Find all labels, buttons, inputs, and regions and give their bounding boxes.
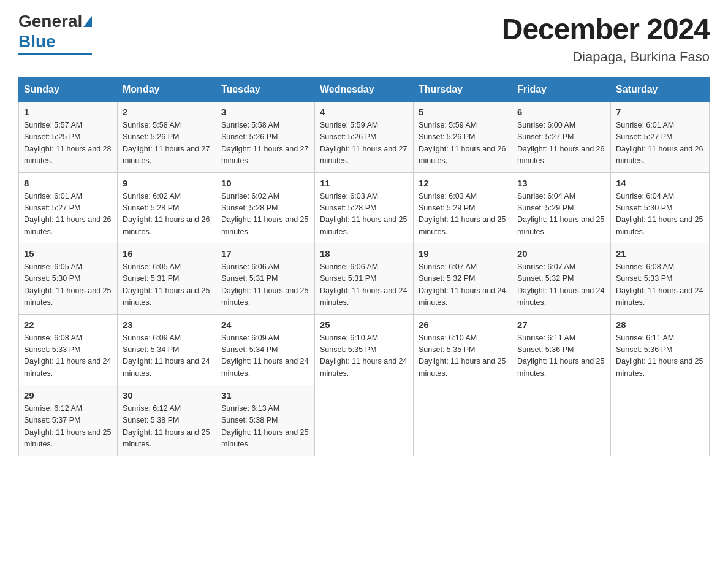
day-number: 1 bbox=[24, 107, 112, 117]
day-number: 21 bbox=[616, 248, 704, 259]
header-tuesday: Tuesday bbox=[216, 78, 315, 102]
day-info: Sunrise: 6:07 AMSunset: 5:32 PMDaylight:… bbox=[517, 262, 604, 307]
logo-blue-text: Blue bbox=[18, 32, 56, 51]
table-row: 24 Sunrise: 6:09 AMSunset: 5:34 PMDaylig… bbox=[216, 314, 315, 385]
table-row: 6 Sunrise: 6:00 AMSunset: 5:27 PMDayligh… bbox=[512, 102, 611, 173]
day-number: 17 bbox=[221, 248, 309, 259]
table-row: 2 Sunrise: 5:58 AMSunset: 5:26 PMDayligh… bbox=[118, 102, 216, 173]
table-row: 27 Sunrise: 6:11 AMSunset: 5:36 PMDaylig… bbox=[512, 314, 611, 385]
day-number: 19 bbox=[419, 248, 507, 259]
day-number: 31 bbox=[221, 390, 309, 400]
calendar-header-row: Sunday Monday Tuesday Wednesday Thursday… bbox=[19, 78, 710, 102]
header-saturday: Saturday bbox=[611, 78, 710, 102]
day-number: 8 bbox=[24, 178, 112, 188]
table-row bbox=[315, 385, 414, 456]
page-title: December 2024 bbox=[502, 12, 710, 46]
table-row: 5 Sunrise: 5:59 AMSunset: 5:26 PMDayligh… bbox=[414, 102, 512, 173]
day-number: 6 bbox=[517, 107, 605, 117]
logo: General Blue bbox=[18, 12, 92, 55]
day-number: 24 bbox=[221, 320, 309, 330]
day-number: 23 bbox=[123, 320, 211, 330]
day-info: Sunrise: 6:07 AMSunset: 5:32 PMDaylight:… bbox=[419, 262, 506, 307]
table-row: 18 Sunrise: 6:06 AMSunset: 5:31 PMDaylig… bbox=[315, 243, 414, 315]
day-info: Sunrise: 6:05 AMSunset: 5:31 PMDaylight:… bbox=[123, 262, 210, 307]
table-row: 31 Sunrise: 6:13 AMSunset: 5:38 PMDaylig… bbox=[216, 385, 315, 456]
day-info: Sunrise: 6:04 AMSunset: 5:30 PMDaylight:… bbox=[616, 192, 703, 236]
table-row: 13 Sunrise: 6:04 AMSunset: 5:29 PMDaylig… bbox=[512, 172, 611, 243]
day-info: Sunrise: 6:06 AMSunset: 5:31 PMDaylight:… bbox=[320, 262, 407, 307]
day-number: 26 bbox=[419, 320, 507, 330]
day-info: Sunrise: 6:12 AMSunset: 5:38 PMDaylight:… bbox=[123, 404, 210, 448]
table-row: 4 Sunrise: 5:59 AMSunset: 5:26 PMDayligh… bbox=[315, 102, 414, 173]
day-info: Sunrise: 6:00 AMSunset: 5:27 PMDaylight:… bbox=[517, 121, 604, 165]
day-number: 22 bbox=[24, 320, 112, 330]
day-number: 9 bbox=[123, 178, 211, 188]
header-wednesday: Wednesday bbox=[315, 78, 414, 102]
calendar-week-row: 29 Sunrise: 6:12 AMSunset: 5:37 PMDaylig… bbox=[19, 385, 710, 456]
day-number: 4 bbox=[320, 107, 408, 117]
calendar-week-row: 22 Sunrise: 6:08 AMSunset: 5:33 PMDaylig… bbox=[19, 314, 710, 385]
table-row: 23 Sunrise: 6:09 AMSunset: 5:34 PMDaylig… bbox=[118, 314, 216, 385]
table-row: 19 Sunrise: 6:07 AMSunset: 5:32 PMDaylig… bbox=[414, 243, 512, 315]
day-info: Sunrise: 6:09 AMSunset: 5:34 PMDaylight:… bbox=[123, 334, 210, 378]
table-row: 10 Sunrise: 6:02 AMSunset: 5:28 PMDaylig… bbox=[216, 172, 315, 243]
table-row: 30 Sunrise: 6:12 AMSunset: 5:38 PMDaylig… bbox=[118, 385, 216, 456]
table-row bbox=[414, 385, 512, 456]
day-info: Sunrise: 6:01 AMSunset: 5:27 PMDaylight:… bbox=[616, 121, 703, 165]
calendar-week-row: 8 Sunrise: 6:01 AMSunset: 5:27 PMDayligh… bbox=[19, 172, 710, 243]
table-row: 8 Sunrise: 6:01 AMSunset: 5:27 PMDayligh… bbox=[19, 172, 118, 243]
day-number: 28 bbox=[616, 320, 704, 330]
table-row: 15 Sunrise: 6:05 AMSunset: 5:30 PMDaylig… bbox=[19, 243, 118, 315]
day-info: Sunrise: 6:03 AMSunset: 5:28 PMDaylight:… bbox=[320, 192, 407, 236]
logo-arrow-icon bbox=[83, 16, 92, 27]
day-number: 14 bbox=[616, 178, 704, 188]
day-info: Sunrise: 6:12 AMSunset: 5:37 PMDaylight:… bbox=[24, 404, 111, 448]
table-row: 20 Sunrise: 6:07 AMSunset: 5:32 PMDaylig… bbox=[512, 243, 611, 315]
day-number: 29 bbox=[24, 390, 112, 400]
day-info: Sunrise: 6:10 AMSunset: 5:35 PMDaylight:… bbox=[419, 334, 506, 378]
day-number: 10 bbox=[221, 178, 309, 188]
day-number: 13 bbox=[517, 178, 605, 188]
logo-general-text: General bbox=[18, 12, 82, 31]
day-info: Sunrise: 5:59 AMSunset: 5:26 PMDaylight:… bbox=[419, 121, 506, 165]
day-info: Sunrise: 6:02 AMSunset: 5:28 PMDaylight:… bbox=[221, 192, 308, 236]
day-info: Sunrise: 5:58 AMSunset: 5:26 PMDaylight:… bbox=[221, 121, 308, 165]
table-row: 17 Sunrise: 6:06 AMSunset: 5:31 PMDaylig… bbox=[216, 243, 315, 315]
table-row: 3 Sunrise: 5:58 AMSunset: 5:26 PMDayligh… bbox=[216, 102, 315, 173]
day-info: Sunrise: 6:10 AMSunset: 5:35 PMDaylight:… bbox=[320, 334, 407, 378]
page-subtitle: Diapaga, Burkina Faso bbox=[502, 49, 710, 65]
table-row: 28 Sunrise: 6:11 AMSunset: 5:36 PMDaylig… bbox=[611, 314, 710, 385]
day-info: Sunrise: 6:08 AMSunset: 5:33 PMDaylight:… bbox=[616, 262, 703, 307]
page-header: General Blue December 2024 Diapaga, Burk… bbox=[18, 12, 710, 65]
day-number: 25 bbox=[320, 320, 408, 330]
table-row: 9 Sunrise: 6:02 AMSunset: 5:28 PMDayligh… bbox=[118, 172, 216, 243]
day-info: Sunrise: 6:09 AMSunset: 5:34 PMDaylight:… bbox=[221, 334, 308, 378]
title-block: December 2024 Diapaga, Burkina Faso bbox=[502, 12, 710, 65]
table-row: 16 Sunrise: 6:05 AMSunset: 5:31 PMDaylig… bbox=[118, 243, 216, 315]
day-info: Sunrise: 6:01 AMSunset: 5:27 PMDaylight:… bbox=[24, 192, 111, 236]
day-info: Sunrise: 6:11 AMSunset: 5:36 PMDaylight:… bbox=[517, 334, 604, 378]
day-number: 3 bbox=[221, 107, 309, 117]
day-number: 15 bbox=[24, 248, 112, 259]
day-number: 30 bbox=[123, 390, 211, 400]
calendar-table: Sunday Monday Tuesday Wednesday Thursday… bbox=[18, 77, 710, 456]
table-row bbox=[611, 385, 710, 456]
day-info: Sunrise: 6:06 AMSunset: 5:31 PMDaylight:… bbox=[221, 262, 308, 307]
day-number: 18 bbox=[320, 248, 408, 259]
header-sunday: Sunday bbox=[19, 78, 118, 102]
day-info: Sunrise: 6:05 AMSunset: 5:30 PMDaylight:… bbox=[24, 262, 111, 307]
day-info: Sunrise: 6:03 AMSunset: 5:29 PMDaylight:… bbox=[419, 192, 506, 236]
day-info: Sunrise: 5:57 AMSunset: 5:25 PMDaylight:… bbox=[24, 121, 111, 165]
day-number: 5 bbox=[419, 107, 507, 117]
day-info: Sunrise: 6:13 AMSunset: 5:38 PMDaylight:… bbox=[221, 404, 308, 448]
day-number: 2 bbox=[123, 107, 211, 117]
table-row: 21 Sunrise: 6:08 AMSunset: 5:33 PMDaylig… bbox=[611, 243, 710, 315]
table-row: 22 Sunrise: 6:08 AMSunset: 5:33 PMDaylig… bbox=[19, 314, 118, 385]
table-row: 1 Sunrise: 5:57 AMSunset: 5:25 PMDayligh… bbox=[19, 102, 118, 173]
day-info: Sunrise: 5:58 AMSunset: 5:26 PMDaylight:… bbox=[123, 121, 210, 165]
table-row: 14 Sunrise: 6:04 AMSunset: 5:30 PMDaylig… bbox=[611, 172, 710, 243]
day-number: 7 bbox=[616, 107, 704, 117]
day-info: Sunrise: 6:11 AMSunset: 5:36 PMDaylight:… bbox=[616, 334, 703, 378]
day-info: Sunrise: 5:59 AMSunset: 5:26 PMDaylight:… bbox=[320, 121, 407, 165]
day-number: 16 bbox=[123, 248, 211, 259]
